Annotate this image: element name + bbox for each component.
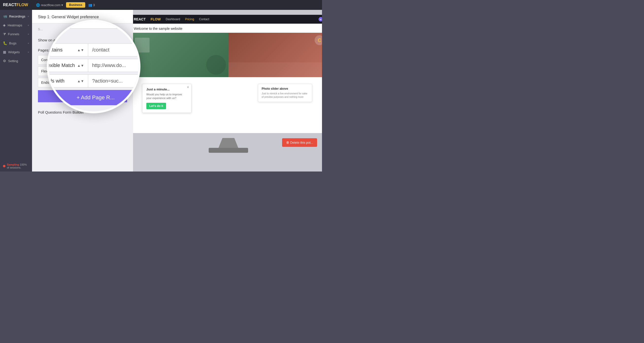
chevron-icon: «: [28, 33, 29, 36]
hero-title: Welcome to the sample website: [134, 26, 182, 30]
sidebar-item-widgets[interactable]: ▦ Widgets «: [0, 48, 32, 56]
popup-cta-button[interactable]: Let's do it: [146, 103, 166, 109]
sampling-text: Sampling: [7, 163, 19, 166]
widgets-icon: ▦: [3, 50, 6, 54]
mag-select-arrow-1: ▲▼: [77, 48, 84, 52]
site-chevron: ▾: [61, 3, 63, 7]
site-selector[interactable]: 🌐 reactflow.com ▾: [36, 3, 63, 7]
preview-nav-contact[interactable]: Contact: [199, 18, 209, 21]
preview-nav: REACT FLOW Dashboard Pricing Contact ●: [133, 15, 322, 24]
sidebar-item-label: Bugs: [9, 42, 16, 45]
sidebar-nav: 📹 Recordings « ◈ Heatmaps « ⧩ Funnels « …: [0, 10, 32, 65]
mag-row-3: Ends with ▲▼ ?action=suc...: [47, 74, 140, 88]
site-name: reactflow.com: [41, 3, 60, 7]
logo-flow: FLOW: [16, 3, 28, 7]
sidebar-item-label: Widgets: [8, 50, 20, 54]
step-sub: S...: [38, 27, 43, 31]
sidebar-item-funnels[interactable]: ⧩ Funnels «: [0, 30, 32, 39]
site-icon: 🌐: [36, 3, 40, 7]
popup-text: Would you help us to improve your experi…: [146, 93, 187, 100]
preview-nav-pricing[interactable]: Pricing: [185, 18, 194, 21]
preview-panel: REACT FLOW Dashboard Pricing Contact ● W…: [133, 10, 322, 172]
step-title: Step 1: General Widget preference: [38, 15, 99, 19]
card-title: Photo slider above: [262, 87, 308, 90]
logo-react: REACT: [3, 3, 16, 7]
preview-card: Photo slider above Just to mimick a live…: [258, 84, 312, 102]
users-count: 3: [93, 3, 95, 7]
mag-add-btn[interactable]: + Add Page R...: [47, 90, 140, 105]
chevron-icon: «: [28, 51, 29, 54]
monitor-container: REACT FLOW Dashboard Pricing Contact ● W…: [133, 15, 322, 158]
chevron-icon: «: [28, 24, 29, 26]
mag-select-arrow-3: ▲▼: [77, 79, 84, 83]
monitor-stand: [218, 138, 238, 148]
sidebar-item-heatmaps[interactable]: ◈ Heatmaps «: [0, 21, 32, 30]
funnels-icon: ⧩: [3, 32, 6, 36]
mag-row-1: Contains ▲▼ /contact ✕: [47, 43, 140, 56]
sampling-bar: Sampling 100% of sessions.: [0, 161, 32, 172]
sampling-dot: [3, 165, 6, 167]
mag-row-2: Flexible Match ▲▼ http://www.do... ✕: [47, 59, 140, 72]
mag-match-type-2: Flexible Match: [47, 62, 75, 68]
mag-value-1: /contact: [88, 43, 140, 56]
sidebar-item-bugs[interactable]: 🐛 Bugs «: [0, 39, 32, 48]
preview-logo-flow: FLOW: [150, 17, 161, 21]
chevron-icon: «: [28, 42, 29, 44]
sidebar-item-label: Funnels: [8, 32, 19, 36]
preview-popup: ✕ Just a minute... Would you help us to …: [142, 84, 192, 113]
preview-nav-circle: ●: [318, 17, 322, 22]
mag-value-2: http://www.do...: [88, 59, 140, 72]
preview-image-grid: C: [133, 33, 322, 77]
users-badge: 👥 3: [88, 3, 95, 7]
sidebar-item-label: Heatmaps: [8, 24, 22, 27]
mag-match-type-3: Ends with: [47, 78, 64, 84]
card-text: Just to mimick a live environment for sa…: [262, 92, 308, 99]
sampling-suffix: of sessions.: [7, 166, 21, 169]
bugs-icon: 🐛: [3, 41, 7, 45]
mag-pages-label: Pages:: [47, 32, 140, 43]
preview-logo-react: REACT: [134, 17, 146, 21]
mag-value-3: ?action=suc...: [88, 74, 140, 88]
delete-poll-button[interactable]: 🗑 Delete this pol...: [282, 138, 317, 147]
sampling-value: 100%: [20, 163, 27, 166]
chevron-icon: «: [28, 15, 29, 18]
sampling-label: Sampling 100% of sessions.: [7, 163, 29, 169]
mag-match-type-1: Contains: [47, 47, 62, 53]
preview-hero: Welcome to the sample website: [133, 24, 322, 33]
users-icon: 👥: [88, 3, 92, 7]
monitor-base: [209, 148, 248, 153]
preview-img-left: [133, 33, 228, 77]
main-content: 🌐 reactflow.com ▾ Business 👥 3 Step 1: G…: [32, 0, 322, 172]
sidebar-item-setting[interactable]: ⚙ Setting: [0, 56, 32, 65]
magnifier-content: Show on any page that match below ▲▼ Pag…: [47, 20, 140, 113]
heatmaps-icon: ◈: [3, 23, 6, 27]
top-bar: 🌐 reactflow.com ▾ Business 👥 3: [32, 0, 322, 10]
sidebar-item-recordings[interactable]: 📹 Recordings «: [0, 12, 32, 21]
preview-img-right: C: [228, 33, 322, 77]
plan-button[interactable]: Business: [66, 2, 85, 8]
preview-website: REACT FLOW Dashboard Pricing Contact ● W…: [133, 15, 322, 133]
setting-icon: ⚙: [3, 59, 6, 63]
monitor-screen: REACT FLOW Dashboard Pricing Contact ● W…: [133, 15, 322, 133]
mag-select-arrow-2: ▲▼: [77, 64, 84, 68]
preview-nav-dashboard[interactable]: Dashboard: [166, 18, 180, 21]
sidebar: REACT FLOW 📹 Recordings « ◈ Heatmaps « ⧩…: [0, 0, 32, 172]
magnifier-overlay: Show on any page that match below ▲▼ Pag…: [47, 20, 140, 113]
popup-close-icon[interactable]: ✕: [187, 86, 189, 89]
sidebar-logo: REACT FLOW: [0, 0, 32, 10]
recordings-icon: 📹: [3, 14, 7, 18]
sidebar-item-label: Recordings: [9, 14, 26, 18]
popup-title: Just a minute...: [146, 88, 187, 91]
sidebar-item-label: Setting: [8, 59, 18, 63]
